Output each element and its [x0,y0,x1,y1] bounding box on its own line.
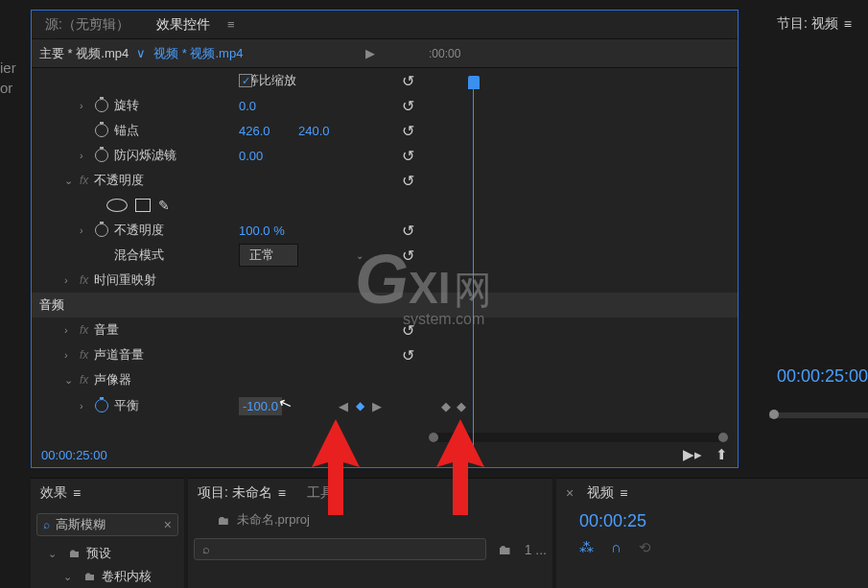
scroll-handle-right[interactable] [718,433,728,442]
twisty-icon[interactable]: › [80,224,89,236]
tab-timeline[interactable]: 视频 [587,484,614,502]
clip-sequence-label[interactable]: 视频 * 视频.mp4 [153,45,243,62]
play-only-icon[interactable]: ▶▸ [683,446,702,463]
playhead-marker[interactable] [468,76,480,89]
ellipse-mask-icon[interactable] [106,199,128,212]
next-keyframe-icon[interactable]: ▶ [372,399,382,413]
section-panner: ⌄ fx 声像器 [32,367,738,392]
program-scrubber[interactable] [769,412,868,418]
keyframe-diamond-icon[interactable]: ◆ [457,399,466,413]
properties-list: ✓ 等比缩放 ↺ › 旋转 0.0 ↺ 锚点 426.0 240.0 ↺ › 防… [32,68,738,436]
reset-icon[interactable]: ↺ [402,247,414,265]
twisty-icon[interactable]: › [80,100,89,111]
stopwatch-icon[interactable] [95,223,108,237]
twisty-icon[interactable]: ⌄ [64,175,74,187]
fx-badge-icon[interactable]: fx [80,174,88,187]
fx-badge-icon[interactable]: fx [80,348,88,362]
tab-program[interactable]: 节目: 视频≡ [767,10,868,38]
panel-menu-icon[interactable]: ≡ [620,485,627,501]
reset-icon[interactable]: ↺ [402,147,414,165]
clip-bar: 主要 * 视频.mp4 ∨ 视频 * 视频.mp4 ▶ :00:00 [32,39,738,68]
fx-badge-icon[interactable]: fx [80,273,88,287]
reset-icon[interactable]: ↺ [402,222,414,240]
twisty-icon[interactable]: › [64,274,74,286]
export-icon[interactable]: ⬆ [716,446,728,463]
prop-blend: 混合模式 正常 ⌄ ↺ [32,243,738,268]
fx-badge-icon[interactable]: fx [80,323,88,337]
prev-keyframe-icon[interactable]: ◀ [339,399,348,413]
section-audio: 音频 [32,293,738,318]
panel-menu-icon[interactable]: ≡ [227,17,235,32]
panel-menu-icon[interactable]: ≡ [278,485,286,501]
stopwatch-on-icon[interactable] [95,399,108,412]
playhead-line [473,78,474,452]
timeruler-label: :00:00 [429,47,460,60]
pen-mask-icon[interactable]: ✎ [158,198,170,213]
stopwatch-icon[interactable] [95,149,108,162]
item-count: 1 ... [525,542,547,557]
checkbox-icon[interactable]: ✓ [239,74,252,87]
folder-icon: 🖿 [84,570,96,583]
reset-icon[interactable]: ↺ [402,172,414,190]
close-icon[interactable]: × [566,485,574,501]
link-icon[interactable]: ⟲ [639,539,651,556]
snap-icon[interactable]: ⁂ [579,539,594,556]
clear-icon[interactable]: × [164,517,172,532]
fx-badge-icon[interactable]: fx [80,373,88,387]
section-time-remap: › fx 时间重映射 [32,268,738,293]
footer-icons: ▶▸ ⬆ [683,446,728,463]
reset-icon[interactable]: ↺ [402,72,414,90]
magnet-icon[interactable]: ∩ [611,539,622,556]
blend-select[interactable]: 正常 [239,244,298,267]
add-keyframe-icon[interactable]: ◆ [356,399,364,412]
left-edge-text: ier or [0,58,27,98]
timecode[interactable]: 00:00:25:00 [41,448,107,462]
prop-value-x[interactable]: 426.0 [239,124,270,138]
prop-value-y[interactable]: 240.0 [298,124,330,138]
project-file[interactable]: 🖿 未命名.prproj [188,507,552,532]
folder-icon: 🖿 [69,547,81,560]
project-search[interactable]: ⌕ [194,538,486,560]
panel-menu-icon[interactable]: ≡ [844,16,852,32]
program-timecode[interactable]: 00:00:25:00 [777,366,868,387]
reset-icon[interactable]: ↺ [402,122,414,140]
new-bin-icon[interactable]: 🖿 [498,542,511,557]
play-icon[interactable]: ▶ [365,46,375,60]
effects-search[interactable]: ⌕ × [36,513,178,536]
reset-icon[interactable]: ↺ [402,97,414,115]
tab-source[interactable]: 源:（无剪辑） [32,11,143,39]
section-label: 声像器 [94,371,131,388]
effect-controls-panel: 源:（无剪辑） 效果控件 ≡ 主要 * 视频.mp4 ∨ 视频 * 视频.mp4… [31,10,739,468]
section-label: 时间重映射 [94,271,156,289]
tab-project[interactable]: 项目: 未命名 [198,484,272,502]
prop-value-input[interactable]: -100.0 [239,397,282,415]
timeline-timecode[interactable]: 00:00:25 [556,507,868,535]
stopwatch-icon[interactable] [95,99,108,112]
rect-mask-icon[interactable] [135,199,151,212]
keyframe-diamond-icon[interactable]: ◆ [441,399,451,413]
tab-effect-controls[interactable]: 效果控件 [143,11,223,39]
prop-value[interactable]: 100.0 % [239,223,285,238]
twisty-icon[interactable]: › [64,324,74,336]
project-search-row: ⌕ 🖿 1 ... [194,538,547,560]
section-volume: › fx 音量 ↺ [32,318,738,342]
prop-label: 锚点 [114,122,139,139]
prop-value[interactable]: 0.0 [239,99,256,113]
mask-shapes: ✎ [32,193,738,218]
twisty-icon[interactable]: › [80,400,89,412]
search-input[interactable] [56,518,142,532]
clip-master-label[interactable]: 主要 * 视频.mp4 [39,45,129,62]
twisty-icon[interactable]: ⌄ [64,374,74,387]
prop-value[interactable]: 0.00 [239,149,263,163]
reset-icon[interactable]: ↺ [402,346,414,365]
effects-panel: 效果≡ ⌕ × ⌄ 🖿 预设 ⌄ 🖿 卷积内核 [31,478,184,588]
prop-label: 混合模式 [114,247,164,264]
tree-presets[interactable]: ⌄ 🖿 预设 [31,542,184,565]
panel-menu-icon[interactable]: ≡ [73,485,81,501]
twisty-icon[interactable]: › [80,150,89,161]
tab-effects[interactable]: 效果 [40,484,67,502]
tree-convolution[interactable]: ⌄ 🖿 卷积内核 [31,565,184,588]
reset-icon[interactable]: ↺ [402,321,414,340]
twisty-icon[interactable]: › [64,349,74,361]
stopwatch-icon[interactable] [95,124,108,137]
